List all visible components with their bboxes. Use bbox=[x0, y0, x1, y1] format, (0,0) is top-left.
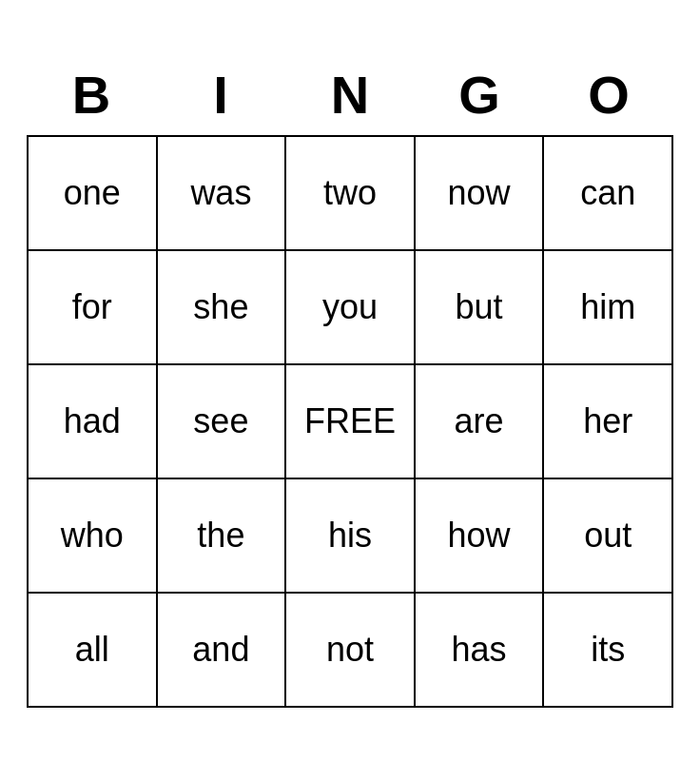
bingo-cell-0-2: two bbox=[286, 137, 416, 251]
bingo-cell-2-0: had bbox=[29, 365, 158, 479]
bingo-cell-0-3: now bbox=[416, 137, 545, 251]
header-letter-O: O bbox=[544, 54, 673, 135]
bingo-grid: onewastwonowcanforsheyoubuthimhadseeFREE… bbox=[27, 135, 673, 708]
header-letter-B: B bbox=[27, 54, 156, 135]
bingo-row-1: forsheyoubuthim bbox=[29, 251, 673, 365]
bingo-cell-3-1: the bbox=[158, 479, 287, 594]
header-letter-I: I bbox=[156, 54, 285, 135]
bingo-cell-3-3: how bbox=[416, 479, 545, 594]
bingo-cell-3-0: who bbox=[29, 479, 158, 594]
bingo-cell-2-4: her bbox=[544, 365, 673, 479]
header-letter-G: G bbox=[415, 54, 544, 135]
bingo-cell-2-3: are bbox=[416, 365, 545, 479]
bingo-cell-1-2: you bbox=[286, 251, 416, 365]
bingo-cell-0-0: one bbox=[29, 137, 158, 251]
bingo-header: BINGO bbox=[27, 54, 673, 135]
bingo-cell-4-2: not bbox=[286, 594, 416, 708]
bingo-row-4: allandnothasits bbox=[29, 594, 673, 708]
bingo-cell-1-1: she bbox=[158, 251, 287, 365]
bingo-cell-4-3: has bbox=[416, 594, 545, 708]
header-letter-N: N bbox=[285, 54, 415, 135]
bingo-card: BINGO onewastwonowcanforsheyoubuthimhads… bbox=[27, 54, 673, 708]
bingo-cell-2-1: see bbox=[158, 365, 287, 479]
bingo-cell-4-4: its bbox=[544, 594, 673, 708]
bingo-cell-4-0: all bbox=[29, 594, 158, 708]
bingo-cell-1-4: him bbox=[544, 251, 673, 365]
bingo-cell-3-2: his bbox=[286, 479, 416, 594]
bingo-cell-4-1: and bbox=[158, 594, 287, 708]
bingo-row-3: whothehishowout bbox=[29, 479, 673, 594]
bingo-row-0: onewastwonowcan bbox=[29, 137, 673, 251]
bingo-cell-0-1: was bbox=[158, 137, 287, 251]
bingo-cell-1-0: for bbox=[29, 251, 158, 365]
bingo-cell-3-4: out bbox=[544, 479, 673, 594]
bingo-cell-1-3: but bbox=[416, 251, 545, 365]
bingo-cell-2-2: FREE bbox=[286, 365, 416, 479]
bingo-cell-0-4: can bbox=[544, 137, 673, 251]
bingo-row-2: hadseeFREEareher bbox=[29, 365, 673, 479]
